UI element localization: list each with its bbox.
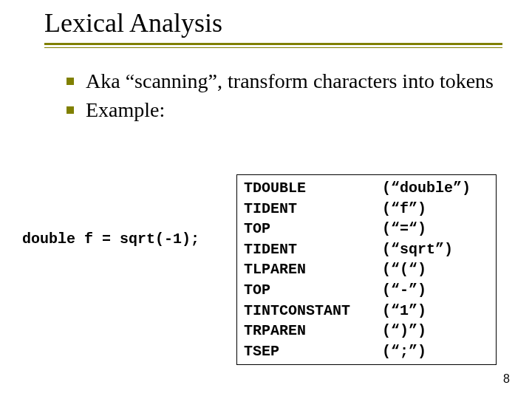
page-number: 8 <box>503 372 510 386</box>
table-row: TOP (“=“) <box>243 219 490 239</box>
table-row: TSEP (“;”) <box>243 341 490 362</box>
table-row: TINTCONSTANT (“1”) <box>243 301 490 321</box>
token-lexeme: (“f”) <box>381 199 490 219</box>
token-name: TRPAREN <box>243 321 381 341</box>
table-row: TIDENT (“sqrt”) <box>243 239 490 260</box>
slide-title: Lexical Analysis <box>44 7 502 38</box>
bullet-list: Aka “scanning”, transform characters int… <box>66 68 502 126</box>
token-lexeme: (“)”) <box>381 321 490 341</box>
token-lexeme: (“=“) <box>381 219 490 239</box>
slide: Lexical Analysis Aka “scanning”, transfo… <box>0 0 532 399</box>
token-box: TDOUBLE (“double”) TIDENT (“f”) TOP (“=“… <box>236 174 497 365</box>
bullet-text: Example: <box>86 97 165 123</box>
token-name: TIDENT <box>243 199 381 219</box>
source-code: double f = sqrt(-1); <box>22 231 200 248</box>
square-bullet-icon <box>66 106 74 114</box>
list-item: Example: <box>66 97 502 123</box>
token-name: TDOUBLE <box>243 178 381 199</box>
token-name: TOP <box>243 219 381 239</box>
token-name: TINTCONSTANT <box>243 301 381 321</box>
token-lexeme: (“(“) <box>381 259 490 280</box>
token-name: TOP <box>243 280 381 301</box>
title-block: Lexical Analysis <box>44 7 502 48</box>
table-row: TLPAREN (“(“) <box>243 259 490 280</box>
token-name: TSEP <box>243 341 381 362</box>
token-lexeme: (“1”) <box>381 301 490 321</box>
token-name: TIDENT <box>243 239 381 260</box>
token-lexeme: (“sqrt”) <box>381 239 490 260</box>
divider-thin <box>44 47 502 48</box>
table-row: TDOUBLE (“double”) <box>243 178 490 199</box>
square-bullet-icon <box>66 78 74 85</box>
divider-thick <box>44 43 502 45</box>
table-row: TIDENT (“f”) <box>243 199 490 219</box>
token-lexeme: (“;”) <box>381 341 490 362</box>
table-row: TOP (“-”) <box>243 280 490 301</box>
token-table: TDOUBLE (“double”) TIDENT (“f”) TOP (“=“… <box>243 178 490 361</box>
list-item: Aka “scanning”, transform characters int… <box>66 68 502 94</box>
table-row: TRPAREN (“)”) <box>243 321 490 341</box>
token-lexeme: (“double”) <box>381 178 490 199</box>
token-lexeme: (“-”) <box>381 280 490 301</box>
token-name: TLPAREN <box>243 259 381 280</box>
bullet-text: Aka “scanning”, transform characters int… <box>86 68 494 94</box>
